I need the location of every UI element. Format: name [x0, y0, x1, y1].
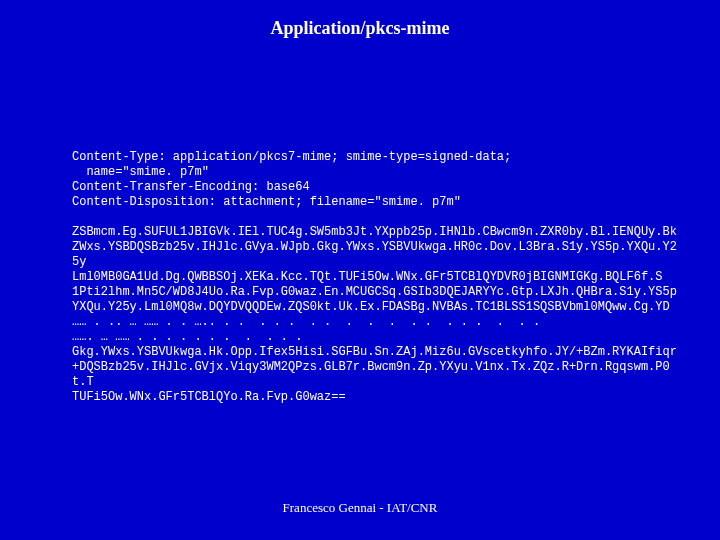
base64-line: 1Pti2lhm.Mn5C/WD8J4Uo.Ra.Fvp.G0waz.En.MC… [72, 285, 677, 299]
base64-line: Lml0MB0GA1Ud.Dg.QWBBSOj.XEKa.Kcc.TQt.TUF… [72, 270, 663, 284]
header-transfer-encoding: Content-Transfer-Encoding: base64 [72, 180, 310, 194]
slide: Application/pkcs-mime Content-Type: appl… [0, 0, 720, 540]
slide-content: Content-Type: application/pkcs7-mime; sm… [72, 150, 680, 405]
base64-line: ……. … …… . . . . . . . . . . . [72, 330, 302, 344]
base64-line: …… . .. … …… . . ….. . . . . . . . . . .… [72, 315, 540, 329]
slide-title: Application/pkcs-mime [0, 0, 720, 39]
base64-line: Gkg.YWxs.YSBVUkwga.Hk.Opp.Ifex5Hisi.SGFB… [72, 345, 677, 359]
header-content-type-name: name="smime. p7m" [72, 165, 209, 179]
header-content-disposition: Content-Disposition: attachment; filenam… [72, 195, 461, 209]
slide-footer: Francesco Gennai - IAT/CNR [0, 500, 720, 516]
base64-line: ZWxs.YSBDQSBzb25v.IHJlc.GVya.WJpb.Gkg.YW… [72, 240, 677, 269]
base64-line: ZSBmcm.Eg.SUFUL1JBIGVk.IEl.TUC4g.SW5mb3J… [72, 225, 677, 239]
base64-line: YXQu.Y25y.Lml0MQ8w.DQYDVQQDEw.ZQS0kt.Uk.… [72, 300, 670, 314]
header-content-type: Content-Type: application/pkcs7-mime; sm… [72, 150, 511, 164]
base64-line: +DQSBzb25v.IHJlc.GVjx.Viqy3WM2QPzs.GLB7r… [72, 360, 670, 389]
base64-line: TUFi5Ow.WNx.GFr5TCBlQYo.Ra.Fvp.G0waz== [72, 390, 346, 404]
